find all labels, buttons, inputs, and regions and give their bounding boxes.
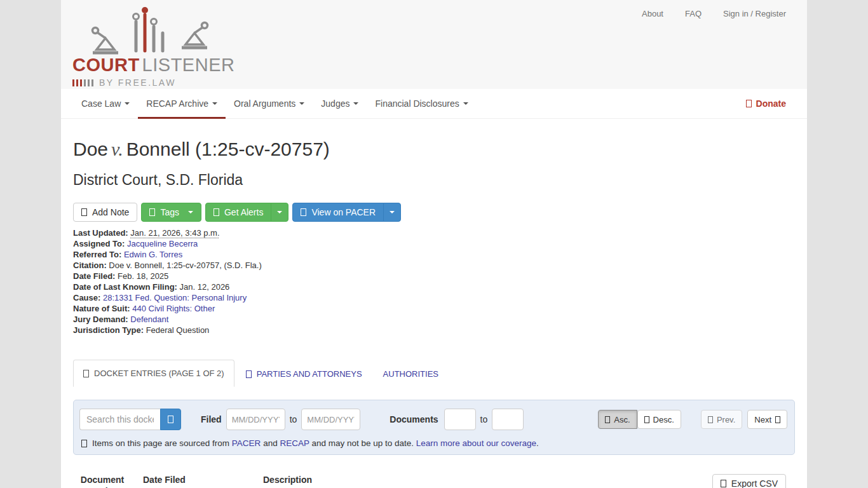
- coverage-notice: Items on this page are sourced from PACE…: [79, 438, 789, 448]
- view-on-pacer-button[interactable]: View on PACER: [292, 203, 384, 222]
- referred-judge-link[interactable]: Edwin G. Torres: [124, 250, 182, 259]
- jurisdiction-type-value: Federal Question: [146, 325, 210, 335]
- donate-button[interactable]: Donate: [746, 89, 786, 118]
- logo-subtitle: BY FREE.LAW: [99, 78, 176, 88]
- courtlistener-logo[interactable]: COURTLISTENER BY FREE.LAW: [72, 6, 234, 88]
- prev-page-button[interactable]: Prev.: [701, 410, 742, 429]
- header-link-about[interactable]: About: [642, 9, 663, 18]
- meta-row-jurisdiction-type: Jurisdiction Type: Federal Question: [73, 325, 795, 336]
- meta-label: Citation:: [73, 261, 107, 270]
- tab-label: PARTIES AND ATTORNEYS: [257, 369, 362, 379]
- get-alerts-split-button: Get Alerts: [205, 203, 288, 222]
- document-number-to-input[interactable]: [492, 409, 524, 430]
- filed-to-label: to: [290, 414, 297, 424]
- chevron-down-icon: [125, 102, 130, 105]
- meta-row-assigned-to: Assigned To: Jacqueline Becerra: [73, 238, 795, 249]
- meta-label: Last Updated:: [73, 228, 128, 238]
- nature-of-suit-link[interactable]: 440 Civil Rights: Other: [132, 304, 215, 313]
- meta-row-nature-of-suit: Nature of Suit: 440 Civil Rights: Other: [73, 303, 795, 314]
- sort-descending-button[interactable]: Desc.: [637, 410, 681, 429]
- sort-desc-icon: [644, 416, 649, 423]
- header-link-faq[interactable]: FAQ: [685, 9, 702, 18]
- page-card: COURTLISTENER BY FREE.LAW About FAQ Sign…: [61, 0, 807, 488]
- next-label: Next: [754, 415, 771, 424]
- column-header-description: Description: [263, 474, 312, 485]
- nav-item-label: Judges: [321, 98, 349, 109]
- nav-item-judges[interactable]: Judges: [313, 89, 367, 118]
- add-note-button[interactable]: Add Note: [73, 203, 137, 222]
- heart-icon: [746, 100, 752, 107]
- search-input[interactable]: [79, 409, 160, 430]
- defendant-and-docket-number: Bonnell (1:25-cv-20757): [126, 139, 330, 159]
- tab-parties-and-attorneys[interactable]: PARTIES AND ATTORNEYS: [236, 361, 372, 387]
- filed-from-date-input[interactable]: [226, 409, 285, 430]
- docket-filter-panel: Filed to Documents to Asc. Desc.: [73, 400, 795, 455]
- meta-row-last-updated: Last Updated: Jan. 21, 2026, 3:43 p.m.: [73, 227, 795, 238]
- notice-suffix: .: [536, 438, 539, 448]
- view-on-pacer-dropdown-toggle[interactable]: [383, 203, 401, 222]
- filed-to-date-input[interactable]: [301, 409, 360, 430]
- jury-demand-link[interactable]: Defendant: [130, 315, 168, 324]
- sort-ascending-button[interactable]: Asc.: [598, 410, 637, 429]
- filed-label: Filed: [201, 414, 222, 424]
- documents-to-label: to: [480, 414, 488, 424]
- get-alerts-button[interactable]: Get Alerts: [205, 203, 271, 222]
- notice-middle: and may not be up to date.: [309, 438, 416, 448]
- chevron-down-icon: [188, 211, 193, 214]
- chevron-down-icon: [390, 211, 395, 214]
- chevron-down-icon: [277, 211, 282, 214]
- assigned-judge-link[interactable]: Jacqueline Becerra: [127, 239, 198, 248]
- site-header: COURTLISTENER BY FREE.LAW About FAQ Sign…: [61, 0, 807, 89]
- tags-button[interactable]: Tags: [141, 203, 201, 222]
- docket-metadata: Last Updated: Jan. 21, 2026, 3:43 p.m. A…: [73, 227, 795, 336]
- nav-item-label: RECAP Archive: [146, 98, 208, 109]
- document-number-from-input[interactable]: [444, 409, 476, 430]
- logo-court-text: COURT: [72, 55, 140, 75]
- coverage-link[interactable]: Learn more about our coverage: [416, 438, 536, 448]
- nav-item-label: Oral Arguments: [234, 98, 295, 109]
- recap-link[interactable]: RECAP: [280, 438, 309, 448]
- pacer-link[interactable]: PACER: [232, 438, 261, 448]
- info-icon: [81, 440, 87, 447]
- tags-icon: [149, 208, 155, 216]
- nav-item-oral-arguments[interactable]: Oral Arguments: [226, 89, 313, 118]
- next-page-button[interactable]: Next: [747, 410, 787, 429]
- court-name: District Court, S.D. Florida: [73, 172, 795, 189]
- nav-item-case-law[interactable]: Case Law: [73, 89, 138, 118]
- docket-table-header: Document Number Date Filed Description E…: [73, 474, 795, 488]
- add-note-label: Add Note: [92, 207, 129, 217]
- desc-label: Desc.: [653, 415, 674, 424]
- main-navbar: Case Law RECAP Archive Oral Arguments Ju…: [61, 89, 807, 119]
- tab-docket-entries[interactable]: DOCKET ENTRIES (PAGE 1 OF 2): [73, 360, 234, 387]
- export-csv-button[interactable]: Export CSV: [712, 474, 786, 488]
- gavel-icon: [301, 208, 306, 216]
- citation-value: Doe v. Bonnell, 1:25-cv-20757, (S.D. Fla…: [109, 261, 261, 270]
- search-button[interactable]: [160, 409, 181, 430]
- cause-link[interactable]: 28:1331 Fed. Question: Personal Injury: [103, 293, 247, 302]
- docket-main: Doev.Bonnell (1:25-cv-20757) District Co…: [61, 139, 807, 488]
- meta-label: Jurisdiction Type:: [73, 325, 144, 335]
- chevron-down-icon: [353, 102, 358, 105]
- meta-label: Referred To:: [73, 250, 121, 259]
- get-alerts-dropdown-toggle[interactable]: [271, 203, 288, 222]
- meta-label: Date Filed:: [73, 271, 115, 281]
- view-on-pacer-label: View on PACER: [311, 207, 376, 217]
- nav-item-recap-archive[interactable]: RECAP Archive: [138, 89, 226, 118]
- asc-label: Asc.: [614, 415, 630, 424]
- plaintiff-name: Doe: [73, 139, 108, 159]
- nav-item-financial-disclosures[interactable]: Financial Disclosures: [367, 89, 476, 118]
- pagination-controls: Prev. Next: [701, 410, 787, 429]
- notice-text: Items on this page are sourced from PACE…: [92, 438, 539, 448]
- chevron-down-icon: [212, 102, 217, 105]
- tab-authorities[interactable]: AUTHORITIES: [374, 361, 448, 387]
- download-icon: [721, 480, 726, 487]
- tags-label: Tags: [160, 207, 179, 217]
- nav-item-label: Case Law: [81, 98, 121, 109]
- header-link-sign-in-register[interactable]: Sign in / Register: [723, 9, 786, 18]
- notice-conjunction: and: [261, 438, 280, 448]
- column-header-document-number: Document Number: [73, 474, 132, 488]
- view-on-pacer-split-button: View on PACER: [292, 203, 401, 222]
- docket-tabs: DOCKET ENTRIES (PAGE 1 OF 2) PARTIES AND…: [73, 360, 795, 387]
- meta-row-referred-to: Referred To: Edwin G. Torres: [73, 249, 795, 260]
- meta-row-jury-demand: Jury Demand: Defendant: [73, 314, 795, 325]
